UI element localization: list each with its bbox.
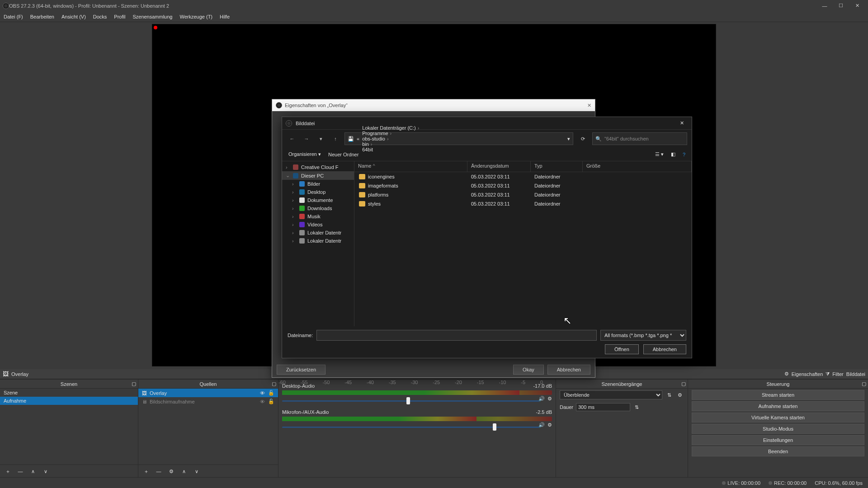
mute-button[interactable]: 🔊 [538, 422, 545, 428]
breadcrumb-dropdown[interactable]: ▾ [567, 136, 570, 142]
col-date[interactable]: Änderungsdatum [467, 161, 531, 172]
exit-button[interactable]: Beenden [692, 446, 864, 456]
duration-stepper[interactable]: ⇅ [633, 403, 641, 411]
scene-item[interactable]: Szene [0, 389, 138, 397]
add-source-button[interactable]: ＋ [142, 467, 150, 475]
file-dialog-titlebar[interactable]: Bilddatei ✕ [282, 117, 692, 130]
sidebar-item-thispc[interactable]: ⌄Dieser PC [282, 171, 354, 180]
filetype-select[interactable]: All formats (*.bmp *.tga *.png * [600, 330, 686, 341]
close-button[interactable]: ✕ [849, 1, 865, 11]
cancel-button[interactable]: Abbrechen [547, 365, 590, 375]
selection-handle[interactable] [154, 26, 157, 29]
sidebar-item-pictures[interactable]: ›Bilder [282, 180, 354, 188]
undock-icon[interactable]: ▢ [132, 381, 136, 387]
mute-button[interactable]: 🔊 [538, 396, 545, 402]
reset-button[interactable]: Zurücksetzen [277, 365, 326, 375]
back-button[interactable]: ← [287, 133, 297, 144]
source-up-button[interactable]: ∧ [180, 467, 188, 475]
volume-slider[interactable]: 🔊 ⚙ [282, 396, 552, 406]
start-record-button[interactable]: Aufnahme starten [692, 401, 864, 411]
undock-icon[interactable]: ▢ [681, 381, 686, 387]
transition-settings-button[interactable]: ⚙ [676, 391, 684, 399]
help-icon[interactable]: ? [683, 152, 685, 157]
undock-icon[interactable]: ▢ [272, 381, 276, 387]
menu-help[interactable]: Hilfe [220, 14, 230, 19]
scene-item[interactable]: Aufnahme [0, 397, 138, 405]
close-icon[interactable]: ✕ [675, 120, 688, 126]
scene-down-button[interactable]: ∨ [42, 467, 50, 475]
sidebar-item-drive[interactable]: ›Lokaler Datentr [282, 237, 354, 245]
start-stream-button[interactable]: Stream starten [692, 390, 864, 400]
view-mode-button[interactable]: ☰ ▾ [655, 151, 664, 157]
close-icon[interactable]: ✕ [587, 103, 591, 108]
breadcrumb-segment[interactable]: bin [362, 141, 369, 147]
search-input[interactable]: 🔍 "64bit" durchsuchen [592, 132, 687, 145]
ok-button[interactable]: Okay [513, 365, 544, 375]
transition-select[interactable]: Überblende [560, 390, 662, 399]
lock-toggle[interactable]: 🔓 [268, 390, 274, 396]
lock-toggle[interactable]: 🔓 [268, 399, 274, 404]
add-scene-button[interactable]: ＋ [4, 467, 12, 475]
source-settings-button[interactable]: ⚙ [167, 467, 175, 475]
filename-input[interactable] [316, 330, 597, 341]
sidebar-item-downloads[interactable]: ›Downloads [282, 204, 354, 212]
breadcrumb-segment[interactable]: Lokaler Datenträger (C:) [362, 125, 416, 131]
cancel-button[interactable]: Abbrechen [643, 344, 686, 354]
menu-tools[interactable]: Werkzeuge (T) [179, 14, 212, 19]
col-type[interactable]: Typ [531, 161, 583, 172]
menu-profile[interactable]: Profil [114, 14, 125, 19]
sidebar-item-desktop[interactable]: ›Desktop [282, 188, 354, 196]
visibility-toggle[interactable]: 👁 [259, 390, 265, 396]
menu-view[interactable]: Ansicht (V) [61, 14, 86, 19]
breadcrumb-segment[interactable]: obs-studio [362, 136, 385, 141]
organize-dropdown[interactable]: Organisieren ▾ [288, 151, 321, 157]
start-vcam-button[interactable]: Virtuelle Kamera starten [692, 413, 864, 422]
sidebar-item-videos[interactable]: ›Videos [282, 221, 354, 229]
breadcrumb-segment[interactable]: Programme [362, 131, 388, 136]
recent-dropdown[interactable]: ▾ [316, 133, 326, 144]
track-settings-button[interactable]: ⚙ [547, 396, 552, 402]
forward-button[interactable]: → [301, 133, 312, 144]
open-button[interactable]: Öffnen [605, 344, 639, 354]
source-item[interactable]: 🖥 Bildschirmaufnahme 👁 🔓 [138, 397, 278, 406]
sidebar-item-documents[interactable]: ›Dokumente [282, 196, 354, 204]
bilddatei-button[interactable]: Bilddatei [846, 371, 865, 377]
list-item[interactable]: imageformats05.03.2022 03:11Dateiordner [354, 181, 692, 190]
studio-mode-button[interactable]: Studio-Modus [692, 424, 864, 434]
properties-button[interactable]: Eigenschaften [792, 371, 823, 377]
filter-button[interactable]: Filter [832, 371, 843, 377]
remove-scene-button[interactable]: — [16, 467, 24, 475]
transition-stepper[interactable]: ⇅ [665, 391, 673, 399]
minimize-button[interactable]: — [816, 1, 833, 11]
sidebar-item-drive[interactable]: ›Lokaler Datentr [282, 229, 354, 237]
menu-file[interactable]: Datei (F) [4, 14, 23, 19]
file-list-header[interactable]: Name ^ Änderungsdatum Typ Größe [354, 161, 692, 172]
maximize-button[interactable]: ☐ [833, 1, 849, 11]
menu-scenecol[interactable]: Szenensammlung [132, 14, 172, 19]
breadcrumb[interactable]: 💾 « Lokaler Datenträger (C:) › Programme… [344, 132, 573, 145]
undock-icon[interactable]: ▢ [862, 381, 866, 387]
col-name[interactable]: Name [358, 163, 371, 169]
source-item[interactable]: 🖼 Overlay 👁 🔓 [138, 389, 278, 397]
sidebar-item-creativecloud[interactable]: ›Creative Cloud F [282, 163, 354, 171]
col-size[interactable]: Größe [583, 161, 692, 172]
new-folder-button[interactable]: Neuer Ordner [328, 152, 359, 157]
duration-input[interactable] [576, 403, 630, 411]
remove-source-button[interactable]: — [155, 467, 163, 475]
volume-slider[interactable]: 🔊 ⚙ [282, 422, 552, 432]
menu-edit[interactable]: Bearbeiten [30, 14, 54, 19]
list-item[interactable]: styles05.03.2022 03:11Dateiordner [354, 199, 692, 208]
source-down-button[interactable]: ∨ [193, 467, 201, 475]
menu-docks[interactable]: Docks [93, 14, 107, 19]
refresh-button[interactable]: ⟳ [577, 133, 589, 145]
breadcrumb-root[interactable]: « [357, 136, 359, 141]
track-settings-button[interactable]: ⚙ [547, 422, 552, 428]
sidebar-item-music[interactable]: ›Musik [282, 212, 354, 221]
list-item[interactable]: iconengines05.03.2022 03:11Dateiordner [354, 172, 692, 181]
settings-button[interactable]: Einstellungen [692, 435, 864, 445]
up-button[interactable]: ↑ [330, 133, 341, 144]
list-item[interactable]: platforms05.03.2022 03:11Dateiordner [354, 190, 692, 199]
visibility-toggle[interactable]: 👁 [259, 399, 265, 404]
preview-pane-button[interactable]: ◧ [671, 151, 675, 157]
scene-up-button[interactable]: ∧ [29, 467, 37, 475]
